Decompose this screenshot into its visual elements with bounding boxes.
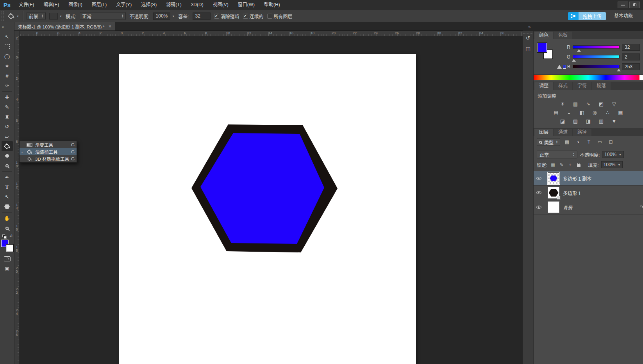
filter-adjustment-layers-icon[interactable]: ◑ (574, 138, 582, 146)
anti-alias-option[interactable]: ✔ 消除锯齿 (214, 13, 239, 20)
pasteboard[interactable] (20, 36, 523, 364)
document-tab[interactable]: 未标题-1 @ 100% (多边形 1 副本, RGB/8) * × (14, 22, 115, 30)
lock-position-icon[interactable]: + (567, 162, 573, 168)
gamut-warning-icon[interactable] (557, 65, 562, 69)
default-swap-colors[interactable]: ⇄ (1, 234, 13, 239)
close-tab-icon[interactable]: × (109, 24, 111, 29)
layer-thumbnail[interactable] (548, 172, 559, 184)
opacity-control[interactable]: 100% ▼ (153, 12, 175, 20)
menu-view[interactable]: 视图(V) (208, 0, 233, 10)
options-grip[interactable] (2, 11, 4, 21)
quick-mask-button[interactable] (2, 254, 13, 264)
marquee-tool[interactable] (2, 42, 13, 51)
hue-saturation-icon[interactable]: ▤ (552, 109, 561, 116)
tab-styles[interactable]: 样式 (554, 82, 572, 90)
all-layers-checkbox[interactable] (267, 14, 272, 19)
menu-layer[interactable]: 图层(L) (87, 0, 112, 10)
channel-mixer-icon[interactable]: ∴ (603, 109, 613, 116)
crop-tool[interactable]: # (2, 71, 13, 81)
screen-mode-button[interactable]: ▣ (2, 264, 13, 273)
flyout-paint-bucket-tool[interactable]: ▪ 油漆桶工具 G (20, 148, 77, 155)
lock-all-icon[interactable] (575, 162, 582, 168)
slider-thumb[interactable] (617, 69, 621, 71)
magic-wand-tool[interactable]: ✶ (2, 61, 13, 71)
levels-icon[interactable]: ▥ (571, 100, 580, 108)
workspace-switcher[interactable]: 基本功能 (609, 11, 638, 22)
contiguous-checkbox[interactable]: ✔ (243, 14, 248, 19)
dodge-tool[interactable] (2, 161, 13, 170)
history-brush-tool[interactable]: ↺ (2, 122, 13, 131)
minimize-button[interactable] (618, 2, 628, 8)
slider-thumb[interactable] (577, 49, 581, 52)
eraser-tool[interactable]: ▱ (2, 131, 13, 141)
clone-stamp-tool[interactable]: ♜ (2, 112, 13, 122)
all-layers-option[interactable]: 所有图层 (267, 13, 293, 20)
background-color-swatch[interactable] (6, 245, 13, 252)
menu-file[interactable]: 文件(F) (14, 0, 39, 10)
gamut-color-chip[interactable] (563, 65, 566, 69)
tab-paragraph[interactable]: 段落 (592, 82, 611, 90)
tab-character[interactable]: 字符 (573, 82, 591, 90)
anti-alias-checkbox[interactable]: ✔ (214, 14, 219, 19)
tool-preset-picker[interactable]: ▼ (7, 12, 19, 20)
lock-pixels-icon[interactable]: ✎ (558, 162, 564, 168)
layer-row-background[interactable]: 背景 (534, 200, 643, 215)
filter-smart-objects-icon[interactable]: ⊡ (607, 138, 615, 146)
layer-thumbnail[interactable] (548, 187, 559, 199)
menu-type[interactable]: 文字(Y) (111, 0, 136, 10)
zoom-tool[interactable] (2, 223, 13, 233)
visibility-toggle[interactable] (534, 186, 544, 200)
blend-mode-select[interactable]: 正常 ▲▼ (537, 151, 577, 158)
path-select-tool[interactable]: ↖ (2, 192, 13, 202)
visibility-toggle[interactable] (534, 200, 544, 214)
drag-upload-button[interactable]: 拖拽上传 (568, 12, 606, 20)
menu-help[interactable]: 帮助(H) (259, 0, 285, 10)
eyedropper-tool[interactable]: ✑ (2, 81, 13, 91)
paint-bucket-tool[interactable] (2, 141, 13, 151)
pattern-swatch-picker[interactable]: ▼ (49, 13, 62, 20)
lasso-tool[interactable]: ◯ (2, 51, 13, 61)
tab-layers[interactable]: 图层 (534, 129, 553, 136)
foreground-color-swatch[interactable] (538, 43, 547, 52)
document-canvas[interactable] (119, 54, 416, 364)
restore-button[interactable] (629, 2, 640, 8)
hand-tool[interactable]: ✋ (2, 213, 13, 223)
posterize-icon[interactable]: ▨ (571, 117, 580, 125)
red-value[interactable]: 32 (622, 44, 640, 51)
flyout-3d-material-drop-tool[interactable]: 3D 材质拖放工具 G (20, 155, 77, 162)
dock-collapse-button[interactable]: « (523, 22, 643, 31)
filter-pixel-layers-icon[interactable]: ▤ (563, 138, 571, 146)
green-value[interactable]: 2 (622, 53, 640, 60)
color-balance-icon[interactable]: ◒ (564, 109, 574, 116)
shape-tool[interactable] (2, 202, 13, 211)
filter-type-layers-icon[interactable]: T (585, 138, 593, 146)
brush-tool[interactable]: ✎ (2, 102, 13, 112)
blue-slider[interactable] (573, 65, 620, 68)
blue-value[interactable]: 253 (622, 63, 640, 70)
move-tool[interactable]: ↖ (2, 32, 13, 42)
layer-name[interactable]: 多边形 1 (563, 190, 581, 196)
layer-name[interactable]: 多边形 1 副本 (563, 175, 591, 182)
lock-transparency-icon[interactable]: ▦ (550, 162, 556, 168)
photo-filter-icon[interactable]: ◎ (590, 109, 600, 116)
fill-source-select[interactable]: 前景 ▲▼ (27, 12, 46, 20)
tolerance-input[interactable]: 32 (193, 12, 211, 20)
slider-thumb[interactable] (572, 59, 576, 62)
menu-3d[interactable]: 3D(D) (186, 0, 208, 10)
curves-icon[interactable]: ∿ (584, 100, 593, 108)
green-slider[interactable] (573, 55, 620, 59)
tab-paths[interactable]: 路径 (573, 129, 591, 136)
layer-row-polygon-1-copy[interactable]: 多边形 1 副本 (534, 171, 643, 186)
tab-adjustments[interactable]: 调整 (534, 82, 553, 90)
layer-row-polygon-1[interactable]: 多边形 1 (534, 186, 643, 200)
menu-image[interactable]: 图像(I) (64, 0, 87, 10)
menu-window[interactable]: 窗口(W) (233, 0, 259, 10)
visibility-toggle[interactable] (534, 171, 544, 185)
tab-swatches[interactable]: 色板 (554, 32, 572, 39)
layer-fill-control[interactable]: 100% ▼ (601, 161, 623, 168)
gradient-map-icon[interactable]: ▥ (597, 117, 606, 125)
healing-brush-tool[interactable]: ✚ (2, 92, 13, 102)
blur-tool[interactable] (2, 151, 13, 161)
black-white-icon[interactable]: ◧ (577, 109, 587, 116)
menu-filter[interactable]: 滤镜(T) (161, 0, 186, 10)
